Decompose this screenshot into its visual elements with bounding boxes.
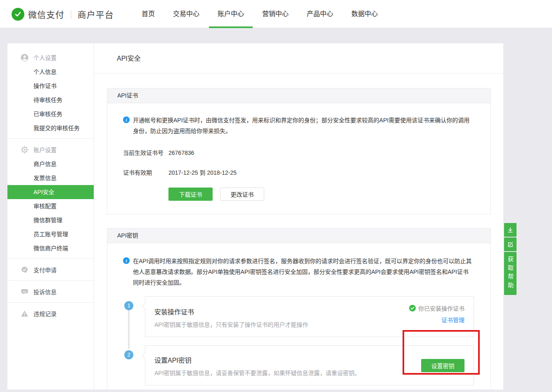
sidebar-item-wechat-merchant-terminal[interactable]: 微信商户终端	[7, 241, 94, 255]
sidebar-item-api-security[interactable]: API安全	[7, 185, 94, 199]
cert-no-label: 当前生效证书号	[123, 149, 168, 157]
check-circle-icon	[409, 305, 416, 311]
brand: 微信支付 | 商户平台	[12, 0, 114, 28]
sidebar-section-personal-settings: 个人设置	[7, 50, 94, 65]
nav-item-marketing-center[interactable]: 营销中心	[262, 0, 289, 28]
sidebar-item-pending-review-tasks[interactable]: 待审核任务	[7, 93, 94, 107]
chat-bubble-icon	[21, 288, 28, 296]
nav-item-home[interactable]: 首页	[142, 0, 155, 28]
sidebar-item-personal-info[interactable]: 个人信息	[7, 65, 94, 79]
step2-title: 设置API密钥	[154, 355, 464, 365]
sidebar-item-reviewed-tasks[interactable]: 已审核任务	[7, 107, 94, 121]
top-nav: 首页 交易中心 账户中心 营销中心 产品中心 数据中心	[142, 0, 378, 28]
sidebar-item-wechat-group-management[interactable]: 微信群管理	[7, 213, 94, 227]
sidebar-item-label: 投诉信息	[33, 287, 57, 296]
download-icon	[507, 227, 514, 233]
page-body: 个人设置 个人信息 操作证书 待审核任务 已审核任务 我提交的审核任务	[0, 28, 552, 392]
step-set-api-key: 2 设置API密钥 API密钥属于敏感信息，请妥善保管不要泄露，如果怀疑信息泄露…	[123, 345, 474, 385]
sidebar-item-label: 违规记录	[33, 309, 57, 318]
wechat-pay-logo-icon	[12, 8, 24, 21]
cert-installed-status: 你已安装操作证书	[418, 304, 464, 312]
cert-management-link[interactable]: 证书管理	[441, 316, 464, 324]
sidebar-section-label: 个人设置	[33, 53, 57, 62]
sidebar-item-review-config[interactable]: 审核配置	[7, 199, 94, 213]
sidebar-divider	[7, 138, 94, 139]
api-key-card: API密钥 i 在API调用时用来按照指定规则对你的请求参数进行签名，服务器收到…	[107, 228, 491, 390]
nav-item-product-center[interactable]: 产品中心	[307, 0, 333, 28]
get-help-label: 获取帮助	[506, 256, 514, 291]
step2-desc: API密钥属于敏感信息，请妥善保管不要泄露，如果怀疑信息泄露，请重设密钥。	[154, 368, 464, 377]
sidebar-item-label: 支付申请	[33, 266, 57, 274]
download-help-button[interactable]	[504, 223, 516, 237]
info-icon: i	[123, 257, 130, 264]
edit-icon	[507, 241, 514, 248]
user-icon	[21, 54, 28, 62]
sidebar: 个人设置 个人信息 操作证书 待审核任务 已审核任务 我提交的审核任务	[7, 43, 94, 390]
sidebar-section-label: 账户设置	[33, 145, 57, 154]
sidebar-item-payment-request[interactable]: 支付申请	[7, 262, 94, 277]
api-cert-info-text: 开通帐号和更换API证书时，由微信支付签发，用来标识和界定你的身份；部分安全性要…	[133, 115, 474, 136]
nav-item-account-center[interactable]: 账户中心	[218, 0, 244, 28]
gear-icon	[21, 146, 28, 154]
floating-help-bar: 获取帮助	[504, 223, 516, 295]
sidebar-item-operation-cert[interactable]: 操作证书	[7, 79, 94, 93]
main-panel: API安全 API证书 i 开通帐号和更换API证书时，由微信支付签发，用来标识…	[94, 43, 503, 390]
brand-name: 微信支付	[28, 8, 64, 20]
sidebar-item-my-submitted-review-tasks[interactable]: 我提交的审核任务	[7, 121, 94, 135]
api-cert-card: API证书 i 开通帐号和更换API证书时，由微信支付签发，用来标识和界定你的身…	[107, 88, 491, 214]
sidebar-item-violation-record[interactable]: 违规记录	[7, 306, 94, 321]
nav-item-transaction-center[interactable]: 交易中心	[173, 0, 199, 28]
nav-item-data-center[interactable]: 数据中心	[351, 0, 378, 28]
sidebar-item-complaint-info[interactable]: 投诉信息	[7, 284, 94, 299]
download-cert-button[interactable]: 下载证书	[168, 188, 213, 201]
feedback-edit-button[interactable]	[504, 238, 516, 251]
cert-validity-label: 证书有效期	[123, 169, 168, 177]
brand-divider: |	[70, 9, 71, 19]
step-number-badge: 2	[124, 350, 133, 359]
top-header: 微信支付 | 商户平台 首页 交易中心 账户中心 营销中心 产品中心 数据中心	[0, 0, 552, 28]
info-icon: i	[123, 116, 130, 123]
cert-validity-value: 2017-12-25 到 2018-12-25	[168, 169, 237, 177]
sidebar-item-merchant-info[interactable]: 商户信息	[7, 157, 94, 171]
page-title: API安全	[94, 43, 503, 74]
warning-triangle-icon	[21, 310, 28, 318]
change-cert-button[interactable]: 更改证书	[220, 188, 264, 201]
sidebar-section-account-settings: 账户设置	[7, 142, 94, 157]
api-key-card-title: API密钥	[107, 228, 490, 243]
sidebar-item-invoice-info[interactable]: 发票信息	[7, 171, 94, 185]
wechat-check-bubble-icon	[21, 266, 28, 274]
step-number-badge: 1	[124, 301, 133, 310]
sidebar-item-staff-account-management[interactable]: 员工账号管理	[7, 227, 94, 241]
api-cert-card-title: API证书	[107, 88, 490, 103]
brand-platform: 商户平台	[78, 8, 114, 20]
api-key-info-text: 在API调用时用来按照指定规则对你的请求参数进行签名，服务器收到你的请求时会进行…	[133, 256, 474, 288]
cert-no-value: 26767836	[168, 149, 194, 157]
get-help-button[interactable]: 获取帮助	[504, 252, 516, 295]
set-api-key-button[interactable]: 设置密钥	[421, 359, 464, 372]
step-install-cert: 1 安装操作证书 API密钥属于敏感信息，只有安装了操作证书的用户才能操作	[123, 296, 474, 337]
